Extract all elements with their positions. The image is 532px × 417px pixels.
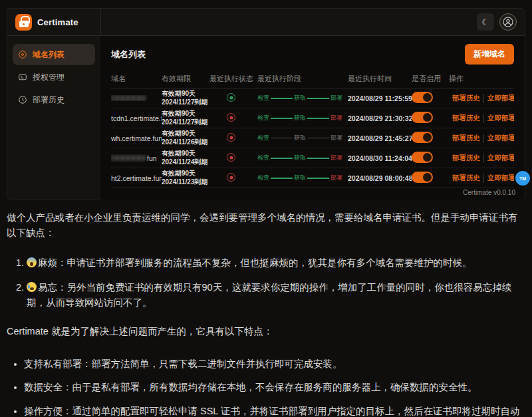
enabled-toggle[interactable] (412, 112, 433, 123)
deploy-history-link[interactable]: 部署历史 (449, 174, 483, 183)
features-list: 支持私有部署：部署方法简单，只需下载二进制文件并执行即可完成安装。 数据安全：由… (7, 356, 525, 417)
table-body: 有效期90天 2024/11/27到期 检查获取部署 2024/08/29 11… (111, 88, 514, 188)
validity-cell: 有效期90天 2024/11/27到期 (162, 90, 209, 106)
scream-emoji-icon (27, 257, 37, 267)
last-run-time: 2024/08/30 11:24:04 (348, 154, 412, 162)
phase-cell: 检查获取部署 (257, 134, 342, 142)
phase-connector (307, 178, 329, 179)
phase-connector (307, 138, 329, 138)
expiry-date: 2024/11/24到期 (162, 158, 209, 167)
brand-name: Certimate (37, 17, 78, 27)
table-row: wh.certimate.fun 有效期90天 2024/11/26到期 检查获… (111, 128, 514, 148)
status-icon (227, 113, 235, 122)
disc-icon (18, 50, 27, 59)
phase-step-label: 获取 (294, 174, 306, 182)
enabled-cell (412, 132, 449, 144)
validity-days: 有效期90天 (162, 150, 209, 158)
enabled-cell (412, 152, 449, 164)
phase-cell: 检查获取部署 (257, 94, 342, 102)
table-row: tcdn1.certimate.fun 有效期90天 2024/11/27到期 … (111, 108, 514, 128)
sidebar-item-label: 部署历史 (33, 94, 65, 106)
enabled-cell (412, 112, 449, 124)
brand: Certimate (15, 14, 78, 31)
deploy-now-link[interactable]: 立即部署 (483, 134, 514, 143)
domain-cell: ht2.certimate.fun (111, 174, 162, 182)
validity-days: 有效期90天 (162, 90, 209, 98)
phase-connector (271, 178, 293, 179)
certimate-app-window: Certimate ☾ 域名列表 授权管理 部署历史 (7, 8, 525, 200)
phase-step-label: 部署 (331, 134, 342, 142)
last-run-time: 2024/08/29 08:00:48 (348, 174, 412, 182)
expiry-date: 2024/11/23到期 (162, 178, 209, 187)
domain-text: ht2.certimate.fun (111, 174, 162, 182)
last-run-time: 2024/08/29 21:30:32 (348, 114, 412, 122)
domain-cell (111, 95, 162, 101)
col-time: 最近执行时间 (348, 74, 412, 84)
col-phase: 最近执行阶段 (257, 74, 348, 84)
list-item: 易忘：另外当前免费证书的有效期只有90天，这就要求你定期的操作，增加了工作量的同… (27, 280, 525, 311)
expiry-date: 2024/11/26到期 (162, 138, 209, 147)
phase-step-label: 检查 (257, 154, 269, 162)
enabled-toggle[interactable] (412, 132, 433, 143)
deploy-history-link[interactable]: 部署历史 (449, 154, 483, 163)
sidebar-item-auth-management[interactable]: 授权管理 (13, 67, 95, 88)
certimate-lock-logo-icon (15, 14, 32, 31)
validity-cell: 有效期90天 2024/11/23到期 (162, 170, 209, 186)
phase-connector (271, 98, 293, 99)
phase-connector (307, 158, 329, 159)
phase-step-label: 部署 (331, 174, 342, 182)
phase-connector (271, 118, 293, 119)
list-item: 数据安全：由于是私有部署，所有数据均存储在本地，不会保存在服务商的服务器上，确保… (24, 380, 525, 395)
status-cell (209, 113, 257, 123)
theme-toggle-button[interactable]: ☾ (477, 13, 494, 31)
deploy-history-link[interactable]: 部署历史 (449, 94, 483, 103)
panel-title: 域名列表 (111, 49, 146, 61)
sidebar-item-domain-list[interactable]: 域名列表 (13, 44, 95, 65)
phase-step-label: 获取 (294, 154, 306, 162)
validity-days: 有效期90天 (162, 130, 209, 138)
user-avatar-button[interactable] (499, 13, 517, 31)
intro-paragraph: 做个人产品或者在小企业里负责运维的同学，会遇到要管理多个域名的情况，需要给域名申… (7, 210, 525, 241)
user-icon (503, 17, 513, 27)
status-cell (209, 153, 257, 163)
enabled-toggle[interactable] (412, 152, 433, 163)
validity-cell: 有效期90天 2024/11/24到期 (162, 150, 209, 166)
phase-step-label: 部署 (331, 94, 342, 102)
version-label: Certimate v0.0.10 (463, 189, 515, 196)
domain-cell: tcdn1.certimate.fun (111, 114, 162, 122)
sidebar-item-deploy-history[interactable]: 部署历史 (13, 89, 95, 110)
phase-step-label: 检查 (257, 134, 269, 142)
last-run-time: 2024/08/29 21:45:27 (348, 134, 412, 142)
expiry-date: 2024/11/27到期 (162, 98, 209, 107)
phase-step-label: 检查 (257, 94, 269, 102)
phase-connector (307, 118, 329, 119)
domain-text: fun (147, 154, 157, 162)
enabled-toggle[interactable] (412, 92, 433, 103)
moon-icon: ☾ (481, 17, 489, 27)
deploy-now-link[interactable]: 立即部署 (483, 154, 514, 163)
status-cell (209, 133, 257, 143)
deploy-history-link[interactable]: 部署历史 (449, 114, 483, 123)
add-domain-button[interactable]: 新增域名 (465, 44, 514, 65)
redacted-domain (111, 95, 146, 101)
phase-step-label: 部署 (331, 154, 342, 162)
deploy-now-link[interactable]: 立即部署 (483, 114, 514, 123)
enabled-toggle[interactable] (412, 172, 433, 183)
sidebar-item-label: 授权管理 (33, 72, 65, 83)
status-icon (227, 133, 235, 142)
drawbacks-list: 麻烦：申请证书并部署到服务的流程虽不复杂，但也挺麻烦的，犹其是你有多个域名需要维… (7, 255, 525, 311)
enabled-cell (412, 92, 449, 104)
domain-cell: wh.certimate.fun (111, 134, 162, 142)
status-cell (209, 93, 257, 103)
domain-cell: fun (111, 154, 162, 162)
phase-step-label: 获取 (294, 114, 306, 122)
watermark-badge: TM (515, 171, 530, 186)
features-intro-paragraph: Certimate 就是为了解决上述问题而产生的，它具有以下特点： (7, 324, 525, 339)
col-enabled: 是否启用 (412, 74, 449, 84)
deploy-history-link[interactable]: 部署历史 (449, 134, 483, 143)
row-actions: 部署历史 立即部署 下载 (449, 154, 514, 163)
deploy-now-link[interactable]: 立即部署 (483, 94, 514, 103)
validity-cell: 有效期90天 2024/11/27到期 (162, 110, 209, 126)
deploy-now-link[interactable]: 立即部署 (483, 174, 514, 183)
row-actions: 部署历史 立即部署 下载 (449, 174, 514, 183)
